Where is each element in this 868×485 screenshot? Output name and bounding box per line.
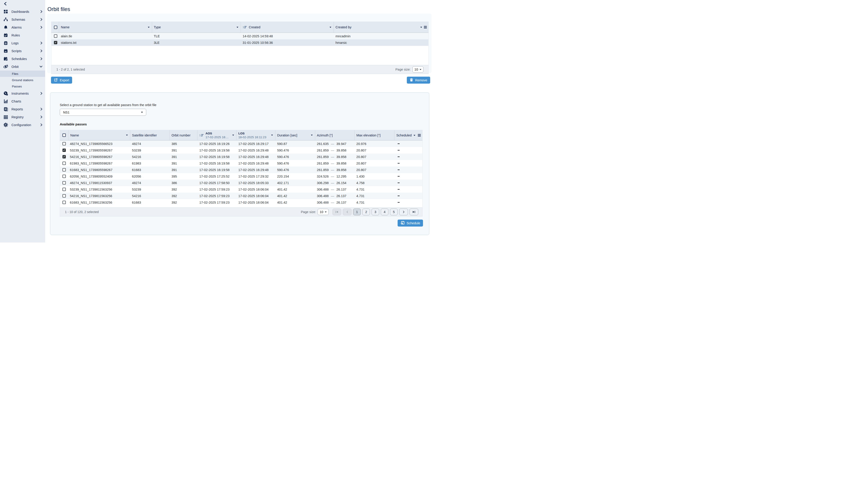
sidebar-item-registry[interactable]: Registry (0, 113, 45, 121)
pagination-page-5[interactable]: 5 (390, 209, 398, 215)
table-row[interactable]: ✓stations.txt3LE31-01-2025 10:56:36hmars… (52, 39, 428, 46)
column-header-los[interactable]: LOS18-02-2025 16:11:23 (237, 130, 275, 140)
pagination-next-button[interactable] (399, 209, 408, 215)
satellite-id-cell: 62056 (130, 173, 170, 180)
table-row[interactable]: ✓53239_NS1_17398055982675323939117-02-20… (60, 147, 422, 153)
pass-name-cell: 48274_NS1_1739811530937 (68, 180, 130, 186)
not-scheduled-dash (398, 195, 400, 196)
row-checkbox[interactable] (62, 194, 66, 198)
column-header-azimuth-[interactable]: Azimuth [°] (315, 130, 355, 140)
row-checkbox[interactable] (62, 168, 66, 172)
filter-dropdown-icon[interactable] (126, 134, 128, 136)
column-header-created[interactable]: 1Created (241, 22, 334, 33)
column-header-label: Type (154, 25, 161, 29)
sidebar-item-configuration[interactable]: Configuration (0, 121, 45, 129)
azimuth-range-dash: — (331, 194, 334, 198)
filter-dropdown-icon[interactable] (232, 134, 234, 136)
row-checkbox[interactable]: ✓ (62, 155, 66, 158)
filter-dropdown-icon[interactable] (330, 27, 331, 28)
row-checkbox[interactable]: ✓ (62, 149, 66, 152)
select-all-checkbox[interactable] (54, 26, 57, 29)
pagination-first-button (333, 209, 341, 215)
table-row[interactable]: 61683_NS1_17398115632566168339217-02-202… (60, 199, 422, 206)
sidebar-item-label: Logs (11, 41, 40, 45)
table-row[interactable]: alain.tleTLE14-02-2025 14:59:48mncadmin (52, 33, 428, 39)
azimuth-range-dash: — (331, 161, 334, 165)
pagination-page-4[interactable]: 4 (381, 209, 389, 215)
sidebar-item-orbit[interactable]: Orbit (0, 63, 45, 70)
table-row[interactable]: ✓54216_NS1_17398055982675421639117-02-20… (60, 153, 422, 160)
sidebar-item-dashboards[interactable]: Dashboards (0, 8, 45, 16)
passes-range-text: 1 - 10 of 120, 2 selected (65, 210, 99, 214)
table-row[interactable]: 53239_NS1_17398115632565323939217-02-202… (60, 186, 422, 192)
column-header-name[interactable]: Name (68, 130, 130, 140)
sidebar-item-reports[interactable]: Reports (0, 105, 45, 113)
filter-dropdown-icon[interactable] (148, 27, 150, 28)
pagination-last-button[interactable] (409, 209, 418, 215)
ground-station-select[interactable]: NS1 (60, 109, 146, 116)
column-header-type[interactable]: Type (152, 22, 241, 33)
azimuth-start-value: 261.859 (317, 161, 329, 165)
azimuth-cell: 306.488—26.137 (315, 199, 355, 206)
filter-dropdown-icon[interactable] (413, 135, 415, 136)
sidebar-subitem-passes[interactable]: Passes (0, 83, 45, 89)
pagination-page-2[interactable]: 2 (362, 209, 370, 215)
sidebar-collapse-button[interactable] (2, 1, 8, 7)
filter-dropdown-icon[interactable] (311, 134, 313, 136)
row-checkbox[interactable]: ✓ (54, 41, 57, 44)
column-header-orbit-number[interactable]: Orbit number (169, 130, 197, 140)
row-checkbox[interactable] (62, 188, 66, 191)
column-header-created-by[interactable]: Created by (334, 22, 428, 33)
azimuth-cell: 261.859—39.858 (315, 160, 355, 166)
sidebar-item-logs[interactable]: Logs (0, 39, 45, 47)
orbit-number-cell: 392 (169, 186, 197, 192)
column-header-max-elevation-[interactable]: Max elevation [°] (354, 130, 395, 140)
sidebar-item-rules[interactable]: Rules (0, 31, 45, 39)
sidebar-item-charts[interactable]: Charts (0, 97, 45, 105)
remove-button[interactable]: Remove (407, 77, 430, 84)
select-all-checkbox[interactable] (62, 133, 66, 137)
passes-page-size-select[interactable]: 10 (318, 209, 329, 215)
table-row[interactable]: 61683_NS1_17398055982676168339117-02-202… (60, 166, 422, 173)
sidebar-subitem-files[interactable]: Files (0, 70, 45, 77)
filter-dropdown-icon[interactable] (420, 27, 422, 28)
row-checkbox[interactable] (62, 181, 66, 184)
row-checkbox[interactable] (62, 201, 66, 204)
sidebar-subitem-ground-stations[interactable]: Ground stations (0, 77, 45, 83)
table-row[interactable]: 48274_NS1_17398115309374827438617-02-202… (60, 180, 422, 186)
column-menu-icon[interactable] (424, 26, 427, 29)
column-header-aos[interactable]: 1AOS17-02-2025 16:... (197, 130, 237, 140)
sidebar-item-alarms[interactable]: Alarms (0, 23, 45, 31)
export-button[interactable]: Export (51, 77, 72, 84)
next-page-icon (403, 211, 405, 213)
sidebar-item-scripts[interactable]: Scripts (0, 47, 45, 55)
column-header-scheduled[interactable]: Scheduled (395, 130, 422, 140)
column-header-duration-sec-[interactable]: Duration [sec] (275, 130, 315, 140)
not-scheduled-dash (398, 170, 400, 170)
sidebar-item-schedules[interactable]: Schedules (0, 55, 45, 63)
pagination-page-1[interactable]: 1 (353, 209, 361, 215)
row-checkbox[interactable] (62, 175, 66, 178)
column-header-name[interactable]: Name (59, 22, 152, 33)
row-checkbox[interactable] (62, 161, 66, 165)
pagination-page-3[interactable]: 3 (372, 209, 379, 215)
row-checkbox-cell (60, 173, 68, 180)
sidebar-item-schemas[interactable]: Schemas (0, 16, 45, 23)
row-checkbox[interactable] (54, 34, 57, 38)
table-row[interactable]: 61983_NS1_17398055982676198339117-02-202… (60, 160, 422, 166)
table-row[interactable]: 48274_NS1_17398055665234827438517-02-202… (60, 141, 422, 147)
filter-dropdown-icon[interactable] (237, 27, 238, 28)
sidebar-item-instruments[interactable]: Instruments (0, 89, 45, 97)
table-row[interactable]: 62056_NS1_17398095524096205639517-02-202… (60, 173, 422, 180)
aos-cell: 17-02-2025 17:59:23 (197, 199, 237, 206)
column-menu-icon[interactable] (418, 134, 421, 137)
files-page-size-select[interactable]: 10 (412, 66, 424, 72)
row-checkbox[interactable] (62, 142, 66, 145)
column-header-satellite-identifier[interactable]: Satellite identifier (130, 130, 170, 140)
chevron-right-icon (40, 50, 42, 52)
table-row[interactable]: 54216_NS1_17398115632565421639217-02-202… (60, 192, 422, 199)
filter-dropdown-icon[interactable] (271, 134, 273, 136)
schedule-button[interactable]: Schedule (398, 219, 423, 226)
max-elevation-cell: 20.807 (354, 166, 395, 173)
passes-page-size-value: 10 (320, 210, 323, 214)
